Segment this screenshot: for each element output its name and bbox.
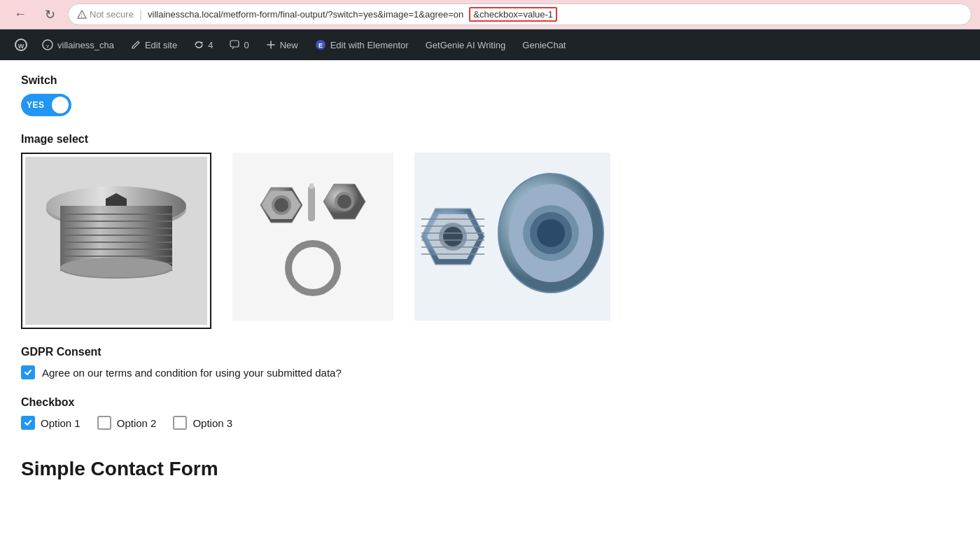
svg-point-32 — [337, 195, 351, 209]
reload-button[interactable]: ↻ — [39, 4, 61, 25]
wordpress-icon: W — [14, 38, 28, 52]
gdpr-label: GDPR Consent — [21, 346, 959, 358]
image-option-2[interactable] — [232, 153, 393, 321]
svg-point-41 — [443, 227, 463, 246]
svg-text:E: E — [318, 42, 323, 49]
consent-row: Agree on our terms and condition for usi… — [21, 365, 959, 379]
svg-rect-34 — [309, 183, 314, 189]
edit-site-item[interactable]: Edit site — [122, 29, 186, 60]
image-2-svg — [232, 153, 393, 321]
image-option-1[interactable] — [21, 153, 211, 329]
svg-point-24 — [60, 258, 172, 277]
toggle-yes-text: YES — [27, 100, 45, 110]
switch-section: Switch YES — [21, 74, 959, 116]
switch-label: Switch — [21, 74, 959, 87]
edit-elementor-label: Edit with Elementor — [330, 40, 409, 50]
svg-point-36 — [295, 251, 330, 286]
comments-item[interactable]: 0 — [221, 29, 257, 60]
address-bar: ← ↻ ! Not secure | villainesscha.local/m… — [0, 0, 980, 29]
checkbox-2[interactable] — [97, 416, 111, 430]
url-main: villainesscha.local/metform-form/final-o… — [148, 9, 463, 20]
edit-site-label: Edit site — [145, 40, 177, 50]
elementor-icon: E — [315, 39, 326, 50]
gdpr-checkbox[interactable] — [21, 365, 35, 379]
refresh-icon — [194, 40, 204, 50]
svg-rect-6 — [230, 41, 239, 47]
updates-item[interactable]: 4 — [186, 29, 221, 60]
genie-chat-item[interactable]: GenieChat — [514, 29, 574, 60]
svg-point-46 — [537, 219, 565, 247]
option-3-label: Option 3 — [192, 417, 232, 429]
comment-icon — [230, 40, 239, 50]
genie-chat-label: GenieChat — [522, 40, 566, 50]
option-2-label: Option 2 — [117, 417, 157, 429]
svg-rect-33 — [308, 186, 315, 221]
checkbox-3[interactable] — [173, 416, 187, 430]
back-button[interactable]: ← — [8, 4, 32, 24]
svg-text:W: W — [18, 43, 24, 50]
new-item[interactable]: New — [258, 29, 307, 60]
consent-text: Agree on our terms and condition for usi… — [42, 367, 342, 379]
svg-text:!: ! — [81, 13, 83, 18]
simple-contact-section: Simple Contact Form — [21, 458, 959, 480]
image-1-svg — [25, 157, 207, 325]
checkbox-option-2[interactable]: Option 2 — [97, 416, 157, 430]
pencil-icon — [131, 40, 141, 50]
wp-logo[interactable]: W — [8, 29, 34, 60]
check-icon-1 — [24, 419, 32, 427]
image-select-label: Image select — [21, 133, 959, 146]
gdpr-section: GDPR Consent Agree on our terms and cond… — [21, 346, 959, 379]
image-3-svg — [414, 153, 610, 321]
checkbox-option-1[interactable]: Option 1 — [21, 416, 80, 430]
image-option-3[interactable] — [414, 153, 610, 321]
new-label: New — [280, 40, 298, 50]
checkbox-section: Checkbox Option 1 Option 2 Option 3 — [21, 396, 959, 430]
url-divider: | — [139, 8, 142, 21]
svg-text:v: v — [46, 43, 49, 49]
url-highlight: &checkbox=value-1 — [469, 7, 557, 22]
checkbox-1[interactable] — [21, 416, 35, 430]
url-bar[interactable]: ! Not secure | villainesscha.local/metfo… — [68, 4, 972, 25]
checkbox-options-row: Option 1 Option 2 Option 3 — [21, 416, 959, 430]
not-secure-indicator: ! Not secure — [77, 9, 134, 20]
site-name-item[interactable]: v villainess_cha — [34, 29, 122, 60]
check-icon — [24, 368, 32, 377]
main-content: Switch YES Image select — [0, 60, 980, 494]
get-genie-label: GetGenie AI Writing — [426, 40, 506, 50]
option-1-label: Option 1 — [41, 417, 80, 429]
site-icon: v — [42, 39, 53, 50]
comments-count: 0 — [244, 40, 248, 50]
image-select-section: Image select — [21, 133, 959, 329]
checkbox-label: Checkbox — [21, 396, 959, 409]
wp-admin-bar: W v villainess_cha Edit site 4 0 New — [0, 29, 980, 60]
site-name-label: villainess_cha — [57, 40, 114, 50]
edit-elementor-item[interactable]: E Edit with Elementor — [307, 29, 417, 60]
toggle-container: YES — [21, 94, 959, 116]
simple-contact-title: Simple Contact Form — [21, 458, 959, 480]
plus-icon — [266, 40, 276, 50]
toggle-circle — [52, 97, 69, 113]
toggle-switch[interactable]: YES — [21, 94, 71, 116]
get-genie-item[interactable]: GetGenie AI Writing — [417, 29, 514, 60]
checkbox-option-3[interactable]: Option 3 — [173, 416, 232, 430]
warning-icon: ! — [77, 10, 87, 20]
image-select-container — [21, 153, 959, 329]
updates-count: 4 — [208, 40, 213, 50]
svg-point-29 — [274, 198, 288, 212]
